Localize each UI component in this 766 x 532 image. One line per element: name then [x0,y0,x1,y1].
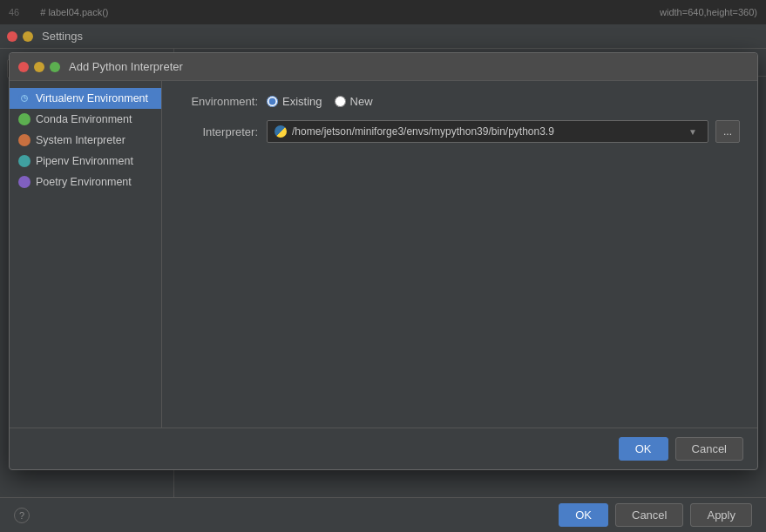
existing-radio-label: Existing [282,95,322,108]
interpreter-select-inner: /home/jetson/miniforge3/envs/mypython39/… [275,125,685,138]
new-radio-input[interactable] [335,96,346,107]
sidebar-item-poetry[interactable]: Poetry Environment [10,172,161,192]
bottom-apply-button[interactable]: Apply [690,503,752,527]
sidebar-item-virtualenv-label: Virtualenv Environment [36,92,148,104]
bottom-bar: ? OK Cancel Apply [0,497,766,532]
modal-title: Add Python Interpreter [69,60,183,73]
code-editor-strip: 46 # label04.pack() width=640,height=360… [0,0,766,24]
environment-radio-group: Existing New [267,95,373,108]
sidebar-item-system-label: System Interpreter [36,134,125,146]
system-icon [18,134,31,146]
svg-point-4 [22,179,28,185]
modal-minimize-button[interactable] [34,62,44,72]
sidebar-item-poetry-label: Poetry Environment [36,176,132,188]
bottom-cancel-button[interactable]: Cancel [615,503,683,527]
new-radio-label: New [350,95,373,108]
code-tab-line: 46 # label04.pack() [9,7,109,17]
pipenv-icon [18,155,31,167]
bottom-left-area: ? [14,508,30,523]
sidebar-item-conda-label: Conda Environment [36,113,132,125]
svg-point-2 [22,138,28,144]
sidebar-item-pipenv[interactable]: Pipenv Environment [10,151,161,172]
modal-close-button[interactable] [18,62,29,72]
new-radio-option[interactable]: New [335,95,373,108]
bottom-ok-button[interactable]: OK [559,503,608,527]
sidebar-item-pipenv-label: Pipenv Environment [36,155,133,167]
modal-maximize-button[interactable] [50,62,60,72]
browse-button[interactable]: ... [715,120,740,143]
svg-rect-3 [22,158,27,164]
code-line-end: width=640,height=360) [660,7,757,17]
dropdown-arrow-icon: ▼ [685,127,701,137]
modal-titlebar: Add Python Interpreter [10,53,757,81]
virtualenv-icon [18,92,31,104]
bottom-right-buttons: OK Cancel Apply [559,503,752,527]
sidebar-item-system[interactable]: System Interpreter [10,130,161,151]
settings-close-btn[interactable] [7,31,17,42]
modal-footer: OK Cancel [10,428,757,469]
modal-content: Environment: Existing New Interpreter: [162,81,757,428]
environment-label: Environment: [180,95,258,108]
interpreter-select-row: /home/jetson/miniforge3/envs/mypython39/… [267,120,740,143]
sidebar-item-conda[interactable]: Conda Environment [10,109,161,130]
browse-dots-icon: ... [723,125,732,138]
settings-titlebar: Settings [0,24,766,49]
conda-icon [18,113,31,125]
modal-body: Virtualenv Environment Conda Environment… [10,81,757,428]
interpreter-dropdown[interactable]: /home/jetson/miniforge3/envs/mypython39/… [267,120,708,143]
help-icon-button[interactable]: ? [14,508,30,523]
modal-sidebar: Virtualenv Environment Conda Environment… [10,81,162,428]
help-question-mark: ? [19,510,24,521]
poetry-icon [18,176,31,188]
interpreter-path-text: /home/jetson/miniforge3/envs/mypython39/… [292,125,554,138]
modal-cancel-button[interactable]: Cancel [675,437,743,461]
settings-window-title: Settings [42,30,83,43]
settings-minimize-btn[interactable] [23,31,33,42]
svg-point-1 [22,117,28,123]
sidebar-item-virtualenv[interactable]: Virtualenv Environment [10,88,161,109]
interpreter-label: Interpreter: [180,125,258,138]
interpreter-form-row: Interpreter: /home/jetson/miniforge3/env… [180,120,740,143]
existing-radio-input[interactable] [267,96,278,107]
existing-radio-option[interactable]: Existing [267,95,322,108]
modal-ok-button[interactable]: OK [619,437,668,461]
environment-form-row: Environment: Existing New [180,95,740,108]
add-interpreter-modal: Add Python Interpreter Virtualenv Enviro… [9,52,758,470]
python-icon [275,125,287,138]
